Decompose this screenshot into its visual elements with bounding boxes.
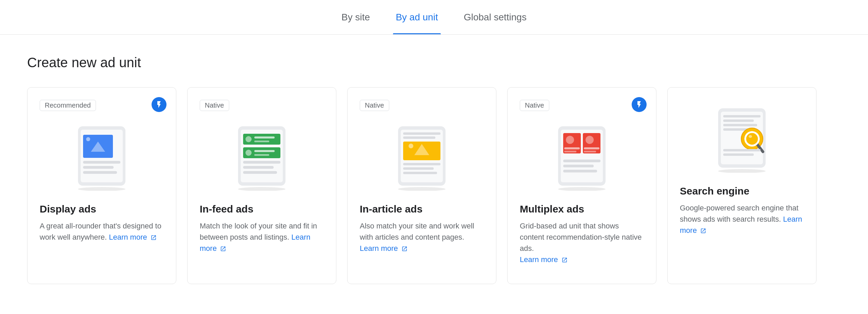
svg-point-33 — [398, 187, 446, 191]
svg-rect-50 — [723, 115, 761, 117]
svg-point-4 — [86, 137, 90, 141]
learn-more-multiplex[interactable]: Learn more — [520, 255, 568, 264]
svg-rect-44 — [563, 160, 600, 162]
card-title-infeed: In-feed ads — [200, 203, 324, 215]
tabs-bar: By site By ad unit Global settings — [0, 0, 868, 35]
card-illustration-inarticle — [360, 118, 484, 192]
card-desc-multiplex: Grid-based ad unit that shows content re… — [520, 220, 644, 270]
lightning-icon-display — [152, 97, 166, 112]
card-badge-multiplex: Native — [520, 100, 549, 111]
svg-rect-5 — [83, 161, 120, 164]
svg-rect-38 — [564, 147, 580, 149]
svg-rect-52 — [723, 124, 757, 126]
svg-point-8 — [78, 187, 125, 191]
card-illustration-search — [680, 100, 804, 174]
card-badge-display: Recommended — [40, 100, 96, 111]
svg-rect-19 — [243, 161, 280, 164]
svg-rect-14 — [254, 141, 269, 142]
learn-more-inarticle[interactable]: Learn more — [360, 244, 408, 253]
svg-rect-30 — [403, 163, 440, 165]
main-content: Create new ad unit Recommended — [0, 35, 868, 304]
card-illustration-infeed — [200, 118, 324, 192]
svg-rect-60 — [723, 153, 754, 156]
cards-grid: Recommended — [27, 87, 841, 284]
card-illustration-display — [40, 118, 164, 192]
svg-rect-43 — [584, 151, 596, 152]
card-desc-search: Google-powered search engine that shows … — [680, 202, 804, 270]
tab-global-settings[interactable]: Global settings — [461, 0, 529, 34]
card-title-search: Search engine — [680, 185, 804, 197]
svg-rect-26 — [403, 136, 435, 139]
svg-point-12 — [245, 136, 252, 142]
card-title-multiplex: Multiplex ads — [520, 203, 644, 215]
svg-rect-17 — [254, 150, 275, 152]
card-badge-inarticle: Native — [360, 100, 389, 111]
card-display-ads[interactable]: Recommended — [27, 87, 176, 284]
svg-point-37 — [566, 136, 574, 144]
svg-rect-32 — [403, 172, 437, 174]
svg-rect-25 — [403, 132, 440, 135]
tab-by-ad-unit[interactable]: By ad unit — [393, 0, 441, 34]
card-desc-infeed: Match the look of your site and fit in b… — [200, 220, 324, 270]
card-title-display: Display ads — [40, 203, 164, 215]
svg-rect-13 — [254, 136, 275, 138]
card-desc-display: A great all-rounder that's designed to w… — [40, 220, 164, 270]
card-infeed-ads[interactable]: Native — [187, 87, 336, 284]
svg-rect-7 — [83, 171, 117, 174]
learn-more-display[interactable]: Learn more — [109, 233, 157, 241]
card-search-engine[interactable]: Search engine Google-powered search engi… — [667, 87, 816, 284]
card-desc-inarticle: Also match your site and work well with … — [360, 220, 484, 270]
card-badge-infeed: Native — [200, 100, 229, 111]
svg-rect-51 — [723, 119, 754, 122]
svg-point-47 — [558, 187, 606, 191]
svg-point-22 — [238, 187, 285, 191]
svg-point-29 — [409, 144, 413, 148]
card-title-inarticle: In-article ads — [360, 203, 484, 215]
svg-point-16 — [245, 150, 252, 156]
tab-by-site[interactable]: By site — [339, 0, 373, 34]
card-illustration-multiplex — [520, 118, 644, 192]
svg-rect-42 — [584, 147, 599, 149]
svg-rect-18 — [254, 154, 269, 156]
svg-rect-59 — [723, 149, 761, 151]
lightning-icon-multiplex — [632, 97, 647, 112]
svg-rect-45 — [563, 165, 594, 167]
svg-point-41 — [586, 136, 594, 144]
svg-rect-21 — [243, 171, 277, 174]
svg-rect-46 — [563, 170, 597, 172]
svg-rect-31 — [403, 167, 434, 170]
card-multiplex-ads[interactable]: Native — [507, 87, 656, 284]
svg-rect-20 — [243, 166, 274, 169]
svg-point-61 — [718, 169, 766, 173]
svg-rect-39 — [564, 151, 576, 152]
svg-rect-6 — [83, 166, 114, 169]
svg-point-58 — [749, 135, 752, 138]
card-inarticle-ads[interactable]: Native — [347, 87, 496, 284]
page-title: Create new ad unit — [27, 55, 841, 70]
